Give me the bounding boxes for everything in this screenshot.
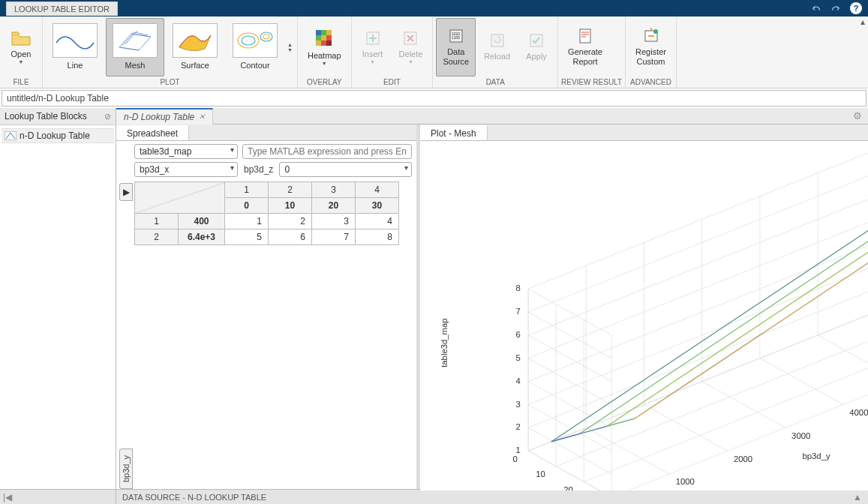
cell[interactable]: 3	[312, 214, 356, 230]
file-group-label: FILE	[3, 76, 39, 88]
insert-icon	[365, 30, 381, 46]
gear-icon[interactable]: ⚙	[853, 110, 862, 122]
folder-open-icon	[11, 30, 32, 46]
breadcrumb[interactable]: untitled/n-D Lookup Table	[2, 90, 866, 106]
svg-text:1: 1	[516, 446, 521, 454]
row-breakpoint[interactable]: 400	[179, 214, 225, 230]
cell[interactable]: 1	[225, 214, 269, 230]
svg-line-57	[760, 358, 843, 405]
heatmap-button[interactable]: Heatmap ▼	[301, 18, 348, 76]
sheet-toggle[interactable]: ▶	[119, 183, 133, 201]
col-index: 3	[312, 182, 356, 198]
register-custom-button[interactable]: Register Custom	[629, 18, 673, 76]
cell[interactable]: 8	[356, 230, 399, 245]
open-label: Open	[11, 50, 32, 59]
cell[interactable]: 2	[269, 214, 312, 230]
data-source-button[interactable]: 10101100 Data Source	[436, 18, 476, 76]
reload-label: Reload	[484, 52, 510, 62]
tab-close-icon[interactable]: ✕	[199, 112, 205, 121]
cell[interactable]: 7	[312, 230, 356, 245]
generate-report-button[interactable]: Generate Report	[561, 18, 609, 76]
svg-text:7: 7	[516, 307, 521, 316]
heatmap-icon	[314, 28, 334, 48]
row-breakpoint[interactable]: 6.4e+3	[179, 230, 225, 245]
tree-item-label: n-D Lookup Table	[20, 130, 90, 141]
apply-icon	[528, 32, 545, 49]
heatmap-label: Heatmap	[308, 51, 341, 61]
reload-icon	[489, 32, 506, 49]
cell[interactable]: 6	[269, 230, 312, 245]
line-label: Line	[68, 61, 83, 70]
insert-label: Insert	[362, 50, 383, 59]
help-icon[interactable]: ?	[850, 2, 862, 14]
svg-line-90	[607, 418, 635, 426]
svg-text:5: 5	[516, 353, 521, 362]
svg-text:4: 4	[516, 376, 521, 386]
cell[interactable]: 5	[225, 230, 269, 245]
bp-primary-dropdown[interactable]: bp3d_x	[134, 162, 238, 177]
lookup-block-icon	[5, 131, 17, 140]
svg-rect-8	[321, 35, 326, 40]
svg-line-34	[528, 335, 611, 382]
open-button[interactable]: Open ▼	[3, 18, 39, 76]
titlebar-tab[interactable]: LOOKUP TABLE EDITOR	[6, 2, 118, 16]
svg-rect-11	[321, 40, 326, 46]
svg-line-45	[584, 343, 868, 482]
plot-mesh-button[interactable]: Mesh	[106, 18, 164, 76]
svg-text:bp3d_y: bp3d_y	[802, 452, 830, 460]
spreadsheet-tab[interactable]: Spreadsheet	[116, 125, 189, 140]
status-nav-first-icon[interactable]: |◀	[3, 492, 12, 502]
col-index: 2	[269, 182, 312, 198]
svg-text:3: 3	[516, 400, 521, 409]
svg-line-36	[528, 312, 611, 358]
cell[interactable]: 4	[356, 214, 399, 230]
line-icon	[53, 23, 98, 58]
col-breakpoint[interactable]: 30	[356, 198, 399, 214]
spreadsheet-grid[interactable]: 1 2 3 4 0 10 20 30 1 4	[134, 182, 399, 245]
row-index: 1	[135, 214, 179, 230]
plot-contour-button[interactable]: Contour	[226, 18, 284, 76]
col-index: 4	[356, 182, 399, 198]
col-breakpoint[interactable]: 10	[269, 198, 312, 214]
svg-point-22	[653, 29, 658, 34]
document-tab[interactable]: n-D Lookup Table ✕	[116, 108, 213, 124]
svg-point-1	[242, 36, 255, 45]
panel-close-icon[interactable]: ⊘	[104, 112, 111, 122]
svg-line-86	[607, 194, 868, 426]
bp-y-label: bp3d_y	[119, 448, 133, 489]
left-panel: Lookup Table Blocks ⊘ n-D Lookup Table	[0, 108, 116, 489]
redo-icon[interactable]	[830, 3, 841, 14]
svg-line-38	[528, 289, 611, 335]
svg-text:1100: 1100	[452, 35, 460, 40]
matlab-expression-input[interactable]	[242, 144, 412, 159]
svg-text:3000: 3000	[791, 431, 810, 440]
status-expand-icon[interactable]: ▲	[853, 492, 868, 502]
svg-text:2000: 2000	[734, 454, 752, 464]
table-var-dropdown[interactable]: table3d_map	[134, 144, 238, 159]
status-bar: |◀ DATA SOURCE - N-D LOOKUP TABLE ▲	[0, 489, 868, 504]
tree-item-lookup[interactable]: n-D Lookup Table	[2, 128, 114, 143]
svg-text:20: 20	[563, 485, 573, 490]
bp-slice-dropdown[interactable]: 0	[279, 162, 412, 177]
svg-line-32	[528, 358, 611, 405]
plot-area[interactable]: 12345678table3d_map0102030bp3d_x01000200…	[420, 141, 868, 490]
plot-surface-button[interactable]: Surface	[166, 18, 224, 76]
ribbon-collapse-icon[interactable]: ▴	[857, 16, 868, 27]
svg-line-37	[528, 173, 868, 312]
advanced-group-label: ADVANCED	[629, 76, 673, 88]
document-tab-label: n-D Lookup Table	[124, 112, 194, 122]
svg-line-88	[551, 434, 579, 442]
row-index: 2	[135, 230, 179, 245]
plot-tab[interactable]: Plot - Mesh	[420, 125, 488, 140]
apply-button: Apply	[518, 18, 554, 76]
svg-text:4000: 4000	[849, 408, 868, 417]
undo-icon[interactable]	[811, 3, 821, 14]
svg-text:8: 8	[516, 284, 521, 292]
svg-line-84	[551, 210, 868, 442]
col-index: 1	[225, 182, 269, 198]
edit-group-label: EDIT	[355, 76, 430, 88]
svg-line-39	[528, 150, 868, 289]
col-breakpoint[interactable]: 0	[225, 198, 269, 214]
plot-line-button[interactable]: Line	[46, 18, 104, 76]
col-breakpoint[interactable]: 20	[312, 198, 356, 214]
